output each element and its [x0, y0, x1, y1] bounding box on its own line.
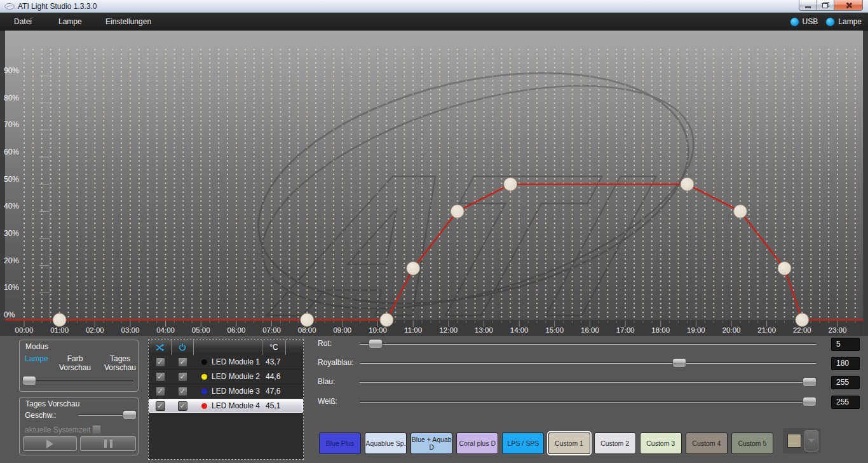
close-button[interactable]	[834, 0, 863, 11]
curve-point-20:15[interactable]	[733, 205, 747, 218]
x-axis-label: 01:00	[50, 326, 69, 334]
module-color-dot	[201, 359, 207, 365]
x-axis-label: 00:00	[15, 326, 34, 334]
channel-label-royalblau: Royalblau:	[318, 358, 354, 367]
channel-slider-track-rot[interactable]	[360, 343, 817, 345]
x-axis-label: 05:00	[192, 326, 210, 334]
x-axis-label: 16:00	[581, 326, 599, 334]
y-axis-label: 0%	[4, 310, 15, 319]
mode-option-tages-vorschau[interactable]: Tages Vorschau	[100, 354, 140, 372]
channel-value-rot[interactable]: 5	[831, 338, 860, 351]
y-axis-label: 70%	[4, 120, 19, 129]
preset-button-custom-1[interactable]: Custom 1	[548, 432, 590, 454]
x-axis-label: 14:00	[510, 326, 529, 334]
chevron-down-icon	[808, 439, 815, 443]
module-row-1[interactable]: ✓✓LED Module 143,7	[149, 355, 303, 370]
usb-indicator-light	[790, 18, 799, 26]
module-row-4[interactable]: ✓✓LED Module 445,1	[149, 399, 303, 413]
menubar: USBLampe DateiLampeEinstellungen	[0, 13, 868, 31]
system-time-checkbox[interactable]	[92, 425, 101, 434]
channel-slider-track-wei[interactable]	[360, 401, 817, 403]
module-power-checkbox[interactable]: ✓	[178, 372, 187, 382]
play-button[interactable]	[23, 436, 77, 451]
channel-value-blau[interactable]: 255	[831, 376, 860, 389]
minimize-button[interactable]	[799, 0, 817, 11]
module-connect-checkbox[interactable]: ✓	[156, 387, 165, 396]
connect-column-header	[149, 340, 172, 355]
color-swatch[interactable]	[787, 434, 801, 448]
preset-button-aquablue-sp-[interactable]: Aquablue Sp.	[365, 432, 407, 454]
channel-value-wei[interactable]: 255	[831, 396, 860, 409]
y-axis-label: 90%	[4, 66, 19, 75]
status-indicators: USBLampe	[790, 13, 862, 31]
channel-slider-track-royalblau[interactable]	[360, 362, 817, 364]
curve-point-11:00[interactable]	[407, 261, 420, 275]
play-icon	[46, 439, 53, 448]
y-axis-label: 20%	[4, 256, 19, 265]
day-preview-groupbox: Tages Vorschau Geschw.: aktuelle Systemz…	[19, 397, 139, 455]
module-temp: 44,6	[262, 372, 286, 381]
menu-item-datei[interactable]: Datei	[14, 17, 32, 26]
module-rows: ✓✓LED Module 143,7✓✓LED Module 244,6✓✓LE…	[149, 355, 303, 413]
x-axis-label: 02:00	[86, 326, 104, 334]
channel-value-royalblau[interactable]: 180	[831, 357, 860, 370]
curve-point-10:15[interactable]	[380, 314, 393, 327]
module-name: LED Module 3	[212, 387, 260, 396]
y-axis-label: 50%	[4, 175, 19, 184]
speed-slider-handle[interactable]	[123, 410, 137, 420]
app-logo-icon	[4, 3, 15, 10]
name-column-header	[194, 340, 262, 355]
preset-button-custom-3[interactable]: Custom 3	[640, 432, 682, 454]
channel-slider-handle-rot[interactable]	[369, 339, 383, 349]
preset-button-lps-sps[interactable]: LPS / SPS	[502, 432, 544, 454]
chart-svg: ATI 0%10%20%30%40%50%60%70%80%90%00:0001…	[0, 31, 868, 336]
module-connect-checkbox[interactable]: ✓	[156, 401, 165, 411]
preset-button-coral-plus-d[interactable]: Coral plus D	[456, 432, 498, 454]
x-axis-label: 04:00	[156, 326, 175, 334]
curve-point-21:30[interactable]	[778, 261, 791, 275]
mode-option-lampe[interactable]: Lampe	[25, 354, 48, 363]
mode-option-farb-vorschau[interactable]: Farb Vorschau	[53, 354, 97, 372]
power-icon	[178, 343, 187, 352]
curve-point-08:00[interactable]	[301, 314, 314, 327]
preset-button-custom-2[interactable]: Custom 2	[594, 432, 636, 454]
preset-button-custom-4[interactable]: Custom 4	[686, 432, 728, 454]
preset-button-blue-plus[interactable]: Blue Plus	[319, 432, 361, 454]
x-axis-label: 08:00	[298, 326, 316, 334]
y-axis-label: 40%	[4, 202, 19, 211]
channel-slider-track-blau[interactable]	[360, 381, 817, 383]
x-axis-label: 07:00	[262, 326, 281, 334]
x-axis-label: 15:00	[545, 326, 564, 334]
channel-slider-handle-royalblau[interactable]	[672, 358, 686, 368]
x-axis-label: 03:00	[121, 326, 140, 334]
preset-button-custom-5[interactable]: Custom 5	[731, 432, 773, 454]
pause-button[interactable]	[80, 436, 136, 451]
module-power-checkbox[interactable]: ✓	[178, 401, 187, 411]
channel-slider-handle-wei[interactable]	[803, 397, 817, 406]
module-connect-checkbox[interactable]: ✓	[156, 372, 165, 382]
x-axis-label: 20:00	[722, 326, 741, 334]
module-connect-checkbox[interactable]: ✓	[156, 357, 165, 367]
curve-point-01:00[interactable]	[53, 314, 66, 327]
light-curve-chart: ATI 0%10%20%30%40%50%60%70%80%90%00:0001…	[0, 31, 868, 336]
channel-slider-handle-blau[interactable]	[803, 377, 817, 387]
module-power-checkbox[interactable]: ✓	[178, 387, 187, 396]
module-row-2[interactable]: ✓✓LED Module 244,6	[149, 370, 303, 384]
curve-point-22:00[interactable]	[796, 314, 809, 327]
module-row-3[interactable]: ✓✓LED Module 347,6	[149, 384, 303, 399]
preset-button-blue-aquab-d[interactable]: Blue + Aquab D	[410, 432, 452, 454]
menu-item-einstellungen[interactable]: Einstellungen	[105, 17, 151, 26]
curve-point-13:45[interactable]	[504, 177, 517, 191]
color-dropdown-button[interactable]	[804, 430, 818, 452]
restore-button[interactable]	[817, 0, 834, 11]
module-power-checkbox[interactable]: ✓	[178, 357, 187, 367]
curve-point-18:45[interactable]	[681, 177, 694, 191]
lampe-indicator-light	[826, 18, 834, 26]
mode-slider-track[interactable]	[24, 380, 133, 382]
titlebar: ATI Light Studio 1.3.3.0	[0, 0, 868, 13]
menu-item-lampe[interactable]: Lampe	[58, 17, 82, 26]
mode-slider-handle[interactable]	[22, 376, 36, 385]
curve-point-12:15[interactable]	[451, 205, 464, 218]
channel-label-rot: Rot:	[318, 339, 332, 348]
x-axis-label: 19:00	[687, 326, 705, 334]
